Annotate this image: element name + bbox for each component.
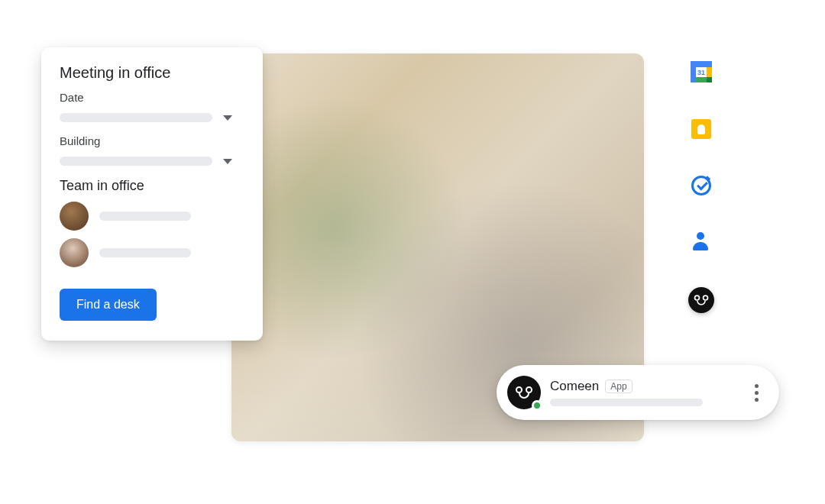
- chip-app-name: Comeen: [550, 379, 599, 394]
- comeen-rail-icon[interactable]: [688, 287, 714, 313]
- chip-avatar: [507, 376, 541, 409]
- chip-message-placeholder: [550, 399, 703, 406]
- google-contacts-icon[interactable]: [693, 232, 710, 250]
- google-tasks-icon[interactable]: [691, 176, 711, 195]
- date-label: Date: [60, 91, 244, 104]
- chevron-down-icon: [223, 159, 232, 164]
- team-row: [60, 202, 244, 231]
- chip-body: Comeen App: [550, 379, 738, 406]
- google-keep-icon[interactable]: [691, 119, 711, 139]
- comeen-app-chip[interactable]: Comeen App: [497, 365, 779, 420]
- calendar-day-number: 31: [696, 68, 707, 77]
- find-desk-button[interactable]: Find a desk: [60, 289, 157, 321]
- date-select[interactable]: [60, 113, 244, 122]
- comeen-logo-icon: [516, 386, 532, 399]
- chevron-down-icon: [223, 115, 232, 121]
- building-label: Building: [60, 134, 244, 147]
- team-section-title: Team in office: [60, 178, 244, 194]
- avatar: [60, 202, 89, 231]
- building-select[interactable]: [60, 157, 244, 166]
- teammate-name-placeholder: [99, 248, 191, 257]
- date-value-placeholder: [60, 113, 212, 122]
- chip-app-badge: App: [605, 380, 632, 393]
- avatar: [60, 238, 89, 267]
- teammate-name-placeholder: [99, 212, 191, 221]
- side-app-rail: 31: [686, 61, 717, 313]
- card-title: Meeting in office: [60, 64, 244, 82]
- more-options-button[interactable]: [747, 384, 765, 402]
- building-value-placeholder: [60, 157, 212, 166]
- presence-online-icon: [532, 400, 542, 411]
- comeen-logo-icon: [694, 295, 709, 305]
- google-calendar-icon[interactable]: 31: [691, 61, 712, 82]
- team-row: [60, 238, 244, 267]
- booking-card: Meeting in office Date Building Team in …: [41, 47, 263, 341]
